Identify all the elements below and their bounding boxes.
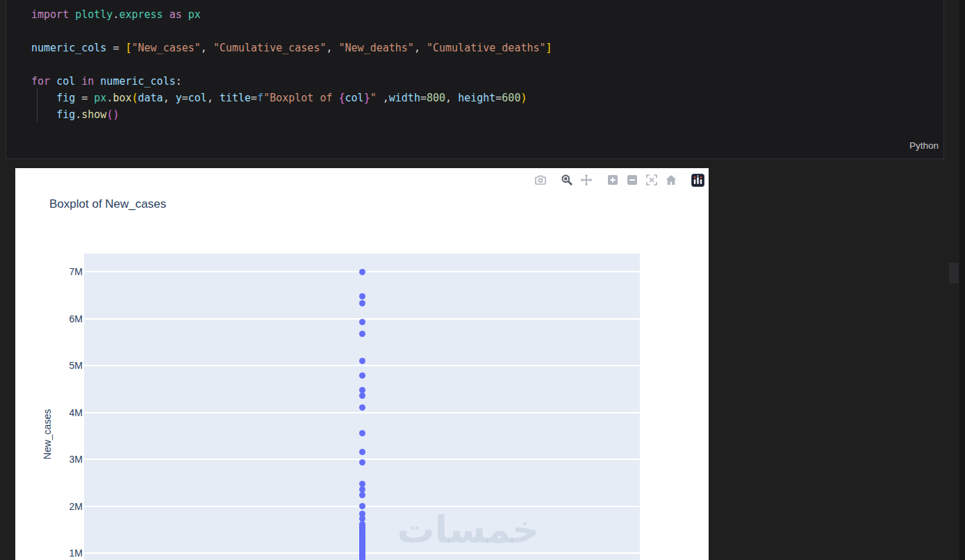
- outlier-point: [359, 404, 365, 411]
- outlier-point: [359, 372, 365, 379]
- y-tick-label: 4M: [51, 406, 83, 420]
- autoscale-icon[interactable]: [642, 171, 661, 189]
- code-line: numeric_cols = ["New_cases", "Cumulative…: [31, 40, 943, 56]
- outlier-point: [359, 387, 365, 393]
- outlier-point: [359, 269, 365, 275]
- outlier-point: [359, 503, 365, 509]
- y-tick-label: 6M: [51, 312, 83, 326]
- plot-title: Boxplot of New_cases: [49, 197, 166, 211]
- plotly-logo-icon[interactable]: [688, 171, 707, 189]
- code-editor[interactable]: import plotly.express as px numeric_cols…: [6, 0, 943, 123]
- plotly-figure: Boxplot of New_cases خمسات New_cases 7M6…: [15, 168, 709, 560]
- outlier-point: [359, 449, 365, 455]
- zoom-icon[interactable]: [557, 171, 577, 189]
- y-tick-label: 2M: [51, 500, 83, 513]
- scrollbar-thumb[interactable]: [949, 263, 959, 283]
- outlier-point: [359, 319, 365, 325]
- plotly-modebar: [531, 171, 707, 189]
- y-tick-label: 5M: [51, 359, 83, 372]
- code-line: import plotly.express as px: [31, 6, 943, 23]
- outlier-point: [359, 293, 365, 299]
- watermark-logo: خمسات: [418, 509, 539, 551]
- code-line: [31, 56, 943, 73]
- outlier-point: [359, 331, 365, 337]
- outlier-point: [359, 393, 365, 399]
- outlier-point: [359, 492, 365, 498]
- plot-area[interactable]: خمسات: [84, 254, 640, 560]
- pan-icon[interactable]: [577, 171, 596, 189]
- code-line: [31, 23, 943, 40]
- notebook-code-cell: import plotly.express as px numeric_cols…: [6, 0, 944, 159]
- outlier-point: [359, 358, 365, 364]
- outlier-point: [359, 430, 365, 436]
- gridline: [84, 365, 640, 366]
- y-tick-label: 3M: [51, 452, 83, 466]
- code-line: fig = px.box(data, y=col, title=f"Boxplo…: [31, 90, 943, 106]
- download-png-icon[interactable]: [531, 171, 550, 189]
- y-tick-label: 1M: [51, 546, 83, 560]
- scrollbar-track: [959, 0, 965, 560]
- reset-axes-icon[interactable]: [661, 171, 681, 189]
- indent-guide: [37, 89, 38, 122]
- gridline: [84, 412, 640, 413]
- outlier-point: [359, 300, 365, 306]
- zoom-out-icon[interactable]: [622, 171, 642, 189]
- zoom-in-icon[interactable]: [603, 171, 622, 189]
- y-tick-label: 7M: [51, 265, 83, 279]
- code-line: for col in numeric_cols:: [31, 73, 943, 90]
- outlier-point: [359, 459, 365, 466]
- code-line: fig.show(): [31, 106, 943, 123]
- cell-language-label[interactable]: Python: [909, 140, 939, 151]
